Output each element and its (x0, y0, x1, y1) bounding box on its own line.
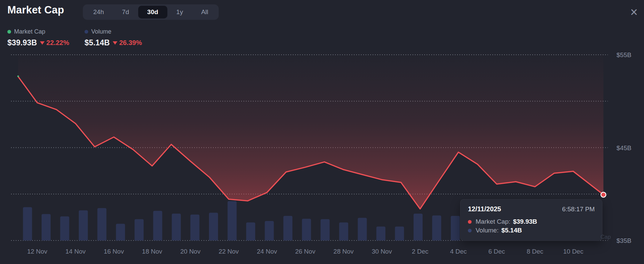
volume-bar (376, 227, 385, 240)
volume-bar (321, 219, 330, 240)
tooltip-market-cap-dot-icon (468, 220, 472, 224)
x-axis-label: 20 Nov (180, 248, 201, 255)
volume-bar (97, 208, 106, 240)
x-axis-label: 10 Dec (563, 248, 583, 255)
x-axis-label: 28 Nov (333, 248, 354, 255)
volume-bar (191, 215, 200, 240)
x-axis-label: 12 Nov (27, 248, 48, 255)
market-cap-chart-panel: { "header": { "title": "Market Cap", "ta… (0, 0, 644, 264)
volume-bar (302, 219, 311, 240)
x-axis-label: 26 Nov (295, 248, 316, 255)
x-axis-label: 8 Dec (527, 248, 543, 255)
y-axis-label: $35B (616, 237, 631, 244)
tooltip-date: 12/11/2025 (468, 205, 501, 213)
volume-bar (246, 222, 255, 240)
x-axis-label: 18 Nov (142, 248, 162, 255)
chart-tooltip: 12/11/2025 6:58:17 PM Market Cap: $39.93… (460, 199, 602, 241)
y-axis-label: $55B (616, 51, 631, 58)
volume-bar (60, 216, 69, 240)
x-axis-label: 4 Dec (450, 248, 467, 255)
tooltip-volume-dot-icon (468, 229, 472, 232)
tooltip-time: 6:58:17 PM (562, 206, 595, 213)
volume-bar (265, 221, 274, 240)
x-axis-label: 24 Nov (257, 248, 277, 255)
volume-bar (358, 218, 367, 240)
volume-bar (339, 222, 348, 240)
volume-bar (135, 219, 144, 240)
x-axis-label: 30 Nov (372, 248, 392, 255)
volume-bar (395, 227, 404, 240)
volume-bar (414, 214, 423, 240)
volume-bar (227, 201, 236, 240)
x-axis-label: 14 Nov (65, 248, 86, 255)
x-axis-label: 16 Nov (104, 248, 124, 255)
volume-bar (283, 216, 292, 240)
volume-bar (432, 215, 441, 240)
last-point-marker (601, 192, 606, 197)
x-axis-label: 6 Dec (488, 248, 505, 255)
volume-bar (116, 224, 125, 240)
volume-bar (209, 213, 218, 240)
series-start-marker (17, 75, 19, 77)
market-cap-area (18, 50, 603, 209)
x-axis-label: 2 Dec (412, 248, 429, 255)
volume-bar (79, 210, 88, 240)
tooltip-market-cap-row: Market Cap: $39.93B (468, 217, 595, 226)
x-axis-label: 22 Nov (219, 248, 239, 255)
tooltip-volume-row: Volume: $5.14B (468, 226, 595, 235)
volume-bar (451, 216, 460, 240)
volume-bar (172, 214, 181, 240)
volume-bar (42, 214, 51, 240)
volume-bar (23, 207, 32, 240)
y-axis-label: $45B (616, 144, 631, 151)
volume-bar (153, 211, 162, 240)
